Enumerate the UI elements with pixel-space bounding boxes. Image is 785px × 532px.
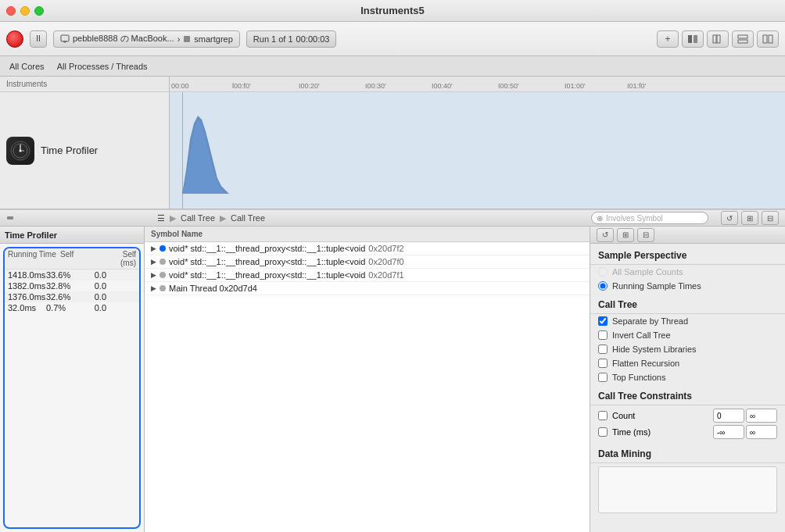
- invert-call-tree-option[interactable]: Invert Call Tree: [590, 328, 785, 342]
- track-area: Time Profiler: [0, 92, 785, 209]
- self-3: 0.0: [79, 303, 106, 312]
- invert-call-tree-label: Invert Call Tree: [612, 330, 671, 340]
- timeline-header: Instruments 00:00 l00:f0' I00:20' I00:30…: [0, 77, 785, 92]
- device-label: pebble8888 の MacBook...: [73, 33, 174, 45]
- ruler-tick-6: I01:00': [565, 82, 586, 90]
- all-sample-counts-radio[interactable]: [598, 267, 608, 277]
- hide-system-libraries-option[interactable]: Hide System Libraries: [590, 342, 785, 356]
- count-constraint-checkbox[interactable]: [598, 411, 608, 420]
- search-box[interactable]: ⊕ Involves Symbol: [591, 212, 708, 224]
- expand-arrow-1: ▶: [151, 258, 156, 266]
- library-button[interactable]: [682, 30, 704, 48]
- table-row[interactable]: 32.0ms 0.7% 0.0: [5, 302, 139, 313]
- search-placeholder: Involves Symbol: [606, 214, 663, 223]
- running-time-3: 32.0ms: [8, 303, 43, 312]
- track-waveform: [182, 108, 229, 194]
- pause-button[interactable]: II: [30, 30, 47, 48]
- record-button[interactable]: [6, 30, 23, 48]
- timeline-instruments-label: Instruments: [0, 77, 170, 91]
- right-panel-header: ↺ ⊞ ⊟: [590, 227, 785, 244]
- expand-arrow-0: ▶: [151, 245, 156, 252]
- svg-rect-4: [688, 35, 692, 43]
- address-2: 0x20d7f1: [368, 270, 403, 280]
- running-sample-times-radio[interactable]: [598, 281, 608, 291]
- self-2: 0.0: [79, 292, 106, 302]
- data-mining-box: [598, 466, 777, 513]
- svg-rect-0: [61, 35, 69, 41]
- run-info: Run 1 of 1 00:00:03: [246, 30, 337, 48]
- library-icon: [687, 34, 698, 44]
- table-row[interactable]: 1382.0ms 32.8% 0.0: [5, 280, 139, 291]
- data-mining-title: Data Mining: [590, 442, 785, 463]
- flatten-recursion-label: Flatten Recursion: [612, 359, 679, 368]
- count-inputs: [713, 409, 777, 423]
- right-panel: ↺ ⊞ ⊟ Sample Perspective All Sample Coun…: [590, 227, 785, 532]
- flatten-recursion-option[interactable]: Flatten Recursion: [590, 356, 785, 370]
- inspector-toggle-2[interactable]: ⊞: [741, 211, 758, 225]
- count-max-input[interactable]: [746, 409, 777, 423]
- col-running-time: Running Time: [8, 250, 57, 267]
- svg-rect-10: [763, 35, 767, 43]
- breadcrumb-sep1: ☰: [157, 213, 165, 223]
- time-min-input[interactable]: [713, 425, 744, 439]
- expand-arrow-3: ▶: [151, 284, 156, 292]
- minimize-button[interactable]: [20, 6, 30, 16]
- address-1: 0x20d7f0: [368, 257, 403, 266]
- layout-button1[interactable]: [732, 30, 754, 48]
- calltree-row-1[interactable]: ▶ void* std::__1::__thread_proxy<std::__…: [145, 255, 590, 269]
- separate-by-thread-option[interactable]: Separate by Thread: [590, 314, 785, 328]
- breadcrumb-calltree2[interactable]: Call Tree: [231, 213, 265, 223]
- running-time-2: 1376.0ms: [8, 292, 43, 302]
- track-content[interactable]: [170, 92, 785, 209]
- inspector-toggle-1[interactable]: ↺: [721, 211, 738, 225]
- top-functions-checkbox[interactable]: [598, 373, 608, 382]
- svg-rect-17: [7, 216, 13, 220]
- all-sample-counts-option[interactable]: All Sample Counts: [590, 265, 785, 279]
- top-functions-option[interactable]: Top Functions: [590, 370, 785, 384]
- close-button[interactable]: [6, 6, 16, 16]
- computer-icon: [60, 34, 70, 44]
- device-selector[interactable]: pebble8888 の MacBook... › smartgrep: [53, 30, 240, 48]
- maximize-button[interactable]: [34, 6, 44, 16]
- hide-system-libraries-checkbox[interactable]: [598, 345, 608, 354]
- time-max-input[interactable]: [746, 425, 777, 439]
- col-self: Self: [60, 250, 103, 267]
- view-toggle-button[interactable]: [707, 30, 729, 48]
- ruler-tick-1: l00:f0': [232, 82, 251, 90]
- add-instrument-button[interactable]: +: [657, 30, 679, 48]
- inspector-detail-button[interactable]: ⊟: [637, 228, 654, 242]
- calltree-row-3[interactable]: ▶ Main Thread 0x20d7d4: [145, 282, 590, 295]
- inspector-grid-button[interactable]: ⊞: [617, 228, 634, 242]
- time-constraint-checkbox[interactable]: [598, 427, 608, 437]
- table-row[interactable]: 1418.0ms 33.6% 0.0: [5, 270, 139, 280]
- ruler-tick-0: 00:00: [171, 82, 189, 90]
- search-prefix-icon: ⊕: [597, 214, 603, 223]
- count-min-input[interactable]: [713, 409, 744, 423]
- bottom-panel: Time Profiler Running Time Self Self (ms…: [0, 227, 785, 532]
- flatten-recursion-checkbox[interactable]: [598, 359, 608, 368]
- traffic-lights: [6, 6, 44, 16]
- layout-button2[interactable]: [757, 30, 779, 48]
- invert-call-tree-checkbox[interactable]: [598, 330, 608, 340]
- ruler-tick-5: I00:50': [498, 82, 519, 90]
- track-sidebar: Time Profiler: [0, 92, 170, 209]
- separate-by-thread-checkbox[interactable]: [598, 316, 608, 326]
- ruler-tick-7: I01:f0': [627, 82, 646, 90]
- breadcrumb-calltree1[interactable]: Call Tree: [181, 213, 215, 223]
- all-cores-filter[interactable]: All Cores: [9, 62, 45, 71]
- calltree-rows: ▶ void* std::__1::__thread_proxy<std::__…: [145, 242, 590, 532]
- all-processes-filter[interactable]: All Processes / Threads: [57, 62, 148, 71]
- inspector-toggle-3[interactable]: ⊟: [762, 211, 779, 225]
- thread-dot-3: [160, 285, 166, 291]
- inspector-back-button[interactable]: ↺: [597, 228, 614, 242]
- running-sample-times-option[interactable]: Running Sample Times: [590, 279, 785, 293]
- filter-bar: All Cores All Processes / Threads: [0, 56, 785, 77]
- calltree-row-0[interactable]: ▶ void* std::__1::__thread_proxy<std::__…: [145, 242, 590, 255]
- svg-rect-5: [694, 35, 697, 43]
- symbol-1: void* std::__1::__thread_proxy<std::__1:…: [169, 257, 365, 266]
- calltree-row-2[interactable]: ▶ void* std::__1::__thread_proxy<std::__…: [145, 269, 590, 282]
- table-row[interactable]: 1376.0ms 32.6% 0.0: [5, 291, 139, 302]
- track-icon: [6, 137, 34, 165]
- top-functions-label: Top Functions: [612, 373, 665, 382]
- divider-bar: ☰ ▶ Call Tree ▶ Call Tree ⊕ Involves Sym…: [0, 209, 785, 227]
